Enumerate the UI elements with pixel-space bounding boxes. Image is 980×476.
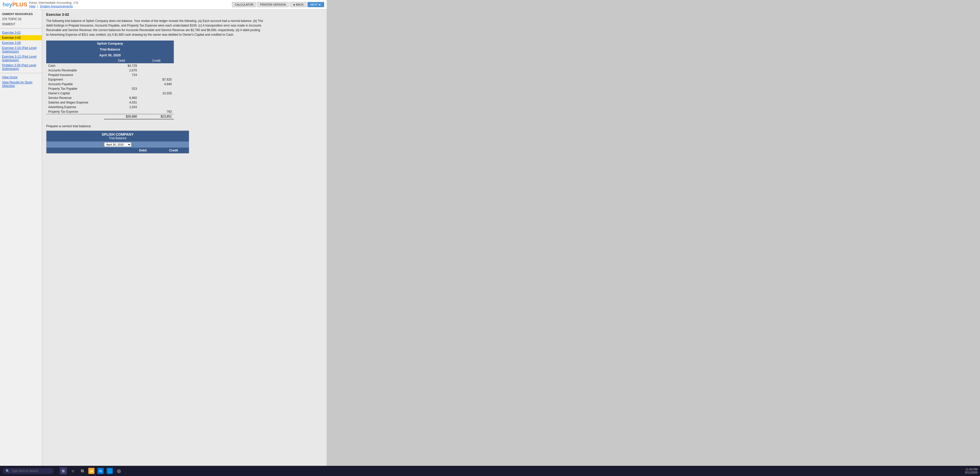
credit-cell: [139, 100, 174, 105]
debit-cell: 4,031: [104, 100, 139, 105]
debit-cell: [104, 77, 139, 82]
total-debit-cell: $20,680: [104, 114, 139, 119]
store-icon[interactable]: 🛍: [97, 468, 103, 474]
tb-title-row: Trial Balance: [46, 46, 174, 52]
search-taskbar-icon[interactable]: ○: [70, 468, 76, 474]
top-bar-right: CALCULATOR PRINTER VERSION ◄ BACK NEXT ►: [232, 2, 324, 7]
taskbar-icons: ⊞ ○ ⧉ 📁 🛍 🌐 ◎: [60, 467, 122, 474]
search-input[interactable]: [11, 469, 51, 473]
breadcrumb-text: Kieso, Intermediate Accounting, 17e: [29, 1, 78, 5]
debit-cell: $4,729: [104, 63, 139, 68]
account-cell: Accounts Receivable: [46, 68, 104, 73]
correct-tb-date-select[interactable]: April 30, 2020 March 31, 2020 May 31, 20…: [104, 142, 131, 147]
chrome-icon[interactable]: ◎: [116, 468, 122, 474]
sidebar-item-prob3-09[interactable]: Problem 3-09 (Part Level Submission): [0, 63, 42, 71]
table-row: Owner's Capital 10,328: [46, 91, 174, 95]
task-view-icon[interactable]: ⧉: [79, 468, 85, 474]
credit-cell: 4,940: [139, 82, 174, 86]
taskbar-search-area[interactable]: 🔍: [3, 468, 54, 474]
search-icon: 🔍: [6, 469, 10, 473]
top-bar: heyPLUS Kieso, Intermediate Accounting, …: [0, 0, 327, 10]
correct-col-debit-header: Debit: [127, 148, 158, 153]
debit-cell: 1,043: [104, 105, 139, 109]
help-link[interactable]: Help: [29, 5, 36, 8]
sidebar-topic: 370 TOPIC 02: [0, 17, 42, 22]
account-cell: Service Revenue: [46, 95, 104, 100]
browser-icon[interactable]: 🌐: [107, 468, 113, 474]
debit-cell: 724: [104, 73, 139, 77]
total-row: $20,680 $23,851: [46, 114, 174, 119]
tb-col-header-row: Debit Credit: [46, 58, 174, 63]
taskbar: 🔍 ⊞ ○ ⧉ 📁 🛍 🌐 ◎ 11:43 PM 3/11/2020: [0, 466, 327, 476]
tb-company-name: Splish Company: [46, 41, 174, 46]
debit-cell: 6,960: [104, 95, 139, 100]
printer-button[interactable]: PRINTER VERSION: [257, 2, 289, 7]
account-cell: Salaries and Wages Expense: [46, 100, 104, 105]
sidebar-item-ex3-10[interactable]: Exercise 3-10 (Part Level Submission): [0, 45, 42, 54]
table-row: Accounts Payable 4,940: [46, 82, 174, 86]
table-row: Service Revenue 6,960: [46, 95, 174, 100]
table-row: Property Tax Expense 763: [46, 109, 174, 114]
view-results-link[interactable]: View Results by Study Objective: [0, 80, 42, 89]
next-button[interactable]: NEXT ►: [307, 2, 324, 7]
table-row: Accounts Receivable 2,670: [46, 68, 174, 73]
account-cell: Prepaid Insurance: [46, 73, 104, 77]
tb-date: April 30, 2020: [46, 52, 174, 58]
table-row: Cash $4,729: [46, 63, 174, 68]
exercise-title: Exercise 3-02: [46, 13, 323, 17]
account-cell: Property Tax Expense: [46, 109, 104, 114]
back-button[interactable]: ◄ BACK: [290, 2, 307, 7]
correct-col-account-header: [46, 148, 127, 153]
sidebar-item-ex3-01[interactable]: Exercise 3-01: [0, 30, 42, 35]
total-credit-cell: $23,851: [139, 114, 174, 119]
sidebar: GNMENT RESOURCES 370 TOPIC 02 GNMENT Exe…: [0, 10, 42, 476]
col-credit-header: Credit: [139, 58, 174, 63]
total-account-cell: [46, 114, 104, 119]
credit-cell: 763: [139, 109, 174, 114]
debit-cell: [104, 109, 139, 114]
content-area: Exercise 3-02 The following trial balanc…: [42, 10, 327, 476]
table-row: Salaries and Wages Expense 4,031: [46, 100, 174, 105]
col-account-header: [46, 58, 104, 63]
debit-cell: 523: [104, 86, 139, 91]
account-cell: Property Tax Payable: [46, 86, 104, 91]
correct-trial-balance-table: SPLISH COMPANY Trial Balance April 30, 2…: [46, 130, 189, 154]
credit-cell: [139, 105, 174, 109]
table-row: Property Tax Payable 523: [46, 86, 174, 91]
account-cell: Equipment: [46, 77, 104, 82]
credit-cell: $7,820: [139, 77, 174, 82]
announcements-link[interactable]: System Announcements: [40, 5, 73, 8]
credit-cell: [139, 63, 174, 68]
correct-tb-date-row[interactable]: April 30, 2020 March 31, 2020 May 31, 20…: [46, 141, 189, 148]
debit-cell: [104, 91, 139, 95]
table-row: Advertising Expense 1,043: [46, 105, 174, 109]
credit-cell: [139, 73, 174, 77]
correct-tb-company: SPLISH COMPANY: [48, 132, 187, 136]
correct-tb-header: SPLISH COMPANY Trial Balance: [46, 131, 189, 141]
main-layout: GNMENT RESOURCES 370 TOPIC 02 GNMENT Exe…: [0, 10, 327, 476]
app-logo: heyPLUS: [3, 1, 27, 8]
tb-company-row: Splish Company: [46, 41, 174, 46]
sidebar-item-ex3-02[interactable]: Exercise 3-02: [0, 35, 42, 40]
breadcrumb-area: Kieso, Intermediate Accounting, 17e Help…: [29, 1, 78, 8]
prepare-label: Prepare a correct trial balance.: [46, 124, 323, 128]
account-cell: Advertising Expense: [46, 105, 104, 109]
tb-title: Trial Balance: [46, 46, 174, 52]
sidebar-item-ex3-12[interactable]: Exercise 3-12 (Part Level Submission): [0, 54, 42, 63]
sidebar-assignment: GNMENT: [0, 22, 42, 27]
table-row: Equipment $7,820: [46, 77, 174, 82]
account-cell: Accounts Payable: [46, 82, 104, 86]
sidebar-item-ex3-06[interactable]: Exercise 3-06: [0, 40, 42, 45]
account-cell: Cash: [46, 63, 104, 68]
calculator-button[interactable]: CALCULATOR: [232, 2, 256, 7]
correct-tb-title: Trial Balance: [48, 136, 187, 140]
start-button[interactable]: ⊞: [60, 467, 67, 474]
credit-cell: [139, 95, 174, 100]
debit-cell: [104, 82, 139, 86]
exercise-description: The following trial balance of Splish Co…: [46, 19, 263, 37]
file-explorer-icon[interactable]: 📁: [88, 468, 94, 474]
view-score-link[interactable]: View Score: [0, 75, 42, 80]
credit-cell: 10,328: [139, 91, 174, 95]
credit-cell: [139, 86, 174, 91]
credit-cell: [139, 68, 174, 73]
